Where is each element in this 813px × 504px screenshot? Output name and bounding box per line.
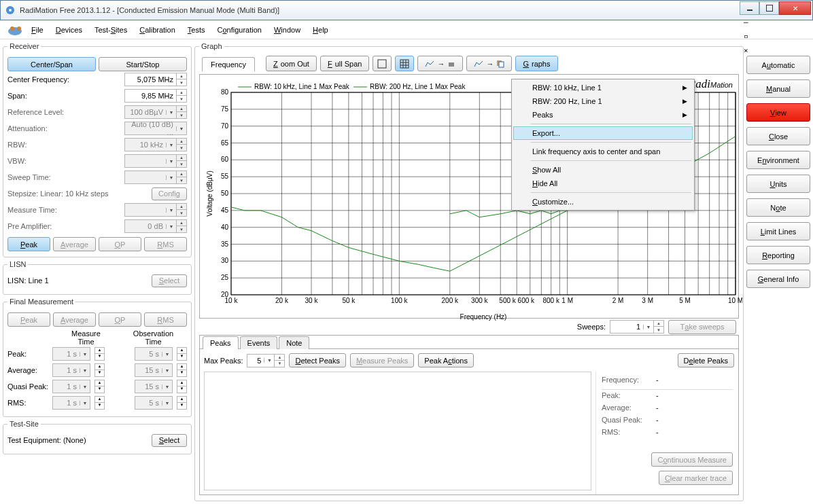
environment-button[interactable]: Environment	[746, 151, 810, 169]
tab-events[interactable]: Events	[240, 336, 278, 349]
fm-avg-obs[interactable]: 15 s▼	[135, 363, 173, 377]
fm-rms-obs[interactable]: 5 s▼	[135, 396, 173, 410]
menu-devices[interactable]: Devices	[56, 26, 82, 34]
final-legend: Final Measurement	[7, 298, 75, 306]
ctx-export[interactable]: Export...	[513, 126, 693, 140]
ctx-peaks[interactable]: Peaks▶	[513, 108, 693, 122]
menu-test-sites[interactable]: Test-Sites	[94, 26, 127, 34]
receiver-peak-button[interactable]: Peak	[7, 237, 50, 251]
svg-text:1 M: 1 M	[561, 297, 573, 304]
tab-peaks[interactable]: Peaks	[203, 336, 239, 349]
sweeps-input[interactable]: 1▼▲▼	[610, 320, 664, 334]
center-frequency-input[interactable]: 5,075 MHz▲▼	[124, 73, 187, 86]
close-button[interactable]: Close	[746, 127, 810, 145]
test-site-group: Test-Site Test Equipment: (None) Select	[3, 420, 192, 454]
automatic-button[interactable]: Automatic	[746, 56, 810, 74]
vbw-label: VBW:	[7, 157, 124, 165]
menu-tests[interactable]: Tests	[188, 26, 205, 34]
final-rms-button[interactable]: RMS	[144, 312, 187, 327]
svg-text:5 M: 5 M	[679, 297, 691, 304]
copy-chart-button[interactable]: →	[466, 56, 512, 71]
delete-peaks-button[interactable]: Delete Peaks	[678, 353, 734, 367]
fm-rms-measure[interactable]: 1 s▼	[52, 396, 90, 410]
graphs-button[interactable]: Graphs	[515, 56, 557, 71]
menu-help[interactable]: Help	[313, 26, 328, 34]
final-peak-button[interactable]: Peak	[7, 312, 50, 327]
receiver-average-button[interactable]: Average	[53, 237, 96, 251]
tab-frequency[interactable]: Frequency	[202, 57, 255, 71]
fm-qp-obs[interactable]: 15 s▼	[135, 380, 173, 393]
receiver-rms-button[interactable]: RMS	[144, 237, 187, 251]
units-button[interactable]: Units	[746, 175, 810, 193]
grid-off-icon[interactable]	[373, 56, 392, 71]
grid-on-icon[interactable]	[395, 56, 414, 71]
limit-lines-button[interactable]: Limit Lines	[746, 222, 810, 240]
fm-avg-measure[interactable]: 1 s▼	[52, 363, 90, 377]
note-button[interactable]: Note	[746, 198, 810, 217]
svg-text:75: 75	[221, 105, 229, 113]
ctx-hide-all[interactable]: Hide All	[513, 177, 693, 190]
detect-peaks-button[interactable]: Detect Peaks	[289, 353, 345, 367]
pre-amplifier-input[interactable]: 0 dB▼▲▼	[124, 219, 187, 233]
span-input[interactable]: 9,85 MHz▲▼	[124, 89, 187, 103]
sweep-time-input[interactable]: ▼▲▼	[124, 170, 187, 184]
final-average-button[interactable]: Average	[53, 312, 96, 327]
stepsize-config-button[interactable]: Config	[152, 187, 187, 200]
pre-amplifier-label: Pre Amplifier:	[7, 222, 124, 230]
svg-text:60: 60	[221, 156, 229, 163]
reference-level-input[interactable]: 100 dBµV▼▲▼	[124, 105, 187, 119]
continuous-measure-button[interactable]: Continuous Measure	[651, 452, 733, 467]
menu-file[interactable]: File	[31, 26, 44, 34]
measure-time-label: Measure Time:	[7, 206, 124, 214]
general-info-button[interactable]: General Info	[746, 270, 810, 288]
peak-actions-button[interactable]: Peak Actions	[418, 353, 474, 367]
fm-peak-obs[interactable]: 5 s▼	[135, 347, 173, 361]
final-qp-button[interactable]: QP	[99, 312, 141, 327]
info-frequency-label: Frequency:	[602, 376, 656, 388]
peaks-list[interactable]	[204, 372, 591, 490]
svg-text:10 M: 10 M	[728, 297, 742, 304]
reporting-button[interactable]: Reporting	[746, 246, 810, 264]
fm-qp-measure[interactable]: 1 s▼	[52, 380, 90, 393]
measure-time-input[interactable]: ▼▲▼	[124, 203, 187, 217]
rbw-input[interactable]: 10 kHz▼▲▼	[124, 138, 187, 151]
ctx-rbw-10khz[interactable]: RBW: 10 kHz, Line 1▶	[513, 81, 693, 94]
start-stop-button[interactable]: Start/Stop	[99, 57, 187, 71]
svg-rect-11	[449, 62, 454, 67]
svg-rect-6	[400, 60, 409, 68]
menu-calibration[interactable]: Calibration	[139, 26, 175, 34]
menu-window[interactable]: Window	[274, 26, 300, 34]
attenuation-label: Attenuation:	[7, 124, 124, 132]
center-span-button[interactable]: Center/Span	[7, 57, 96, 71]
svg-text:Frequency (Hz): Frequency (Hz)	[460, 313, 507, 321]
fm-peak-measure[interactable]: 1 s▼	[52, 347, 90, 361]
menu-bar: File Devices Test-Sites Calibration Test…	[0, 20, 813, 39]
lisn-group: LISN LISN: Line 1 Select	[3, 260, 192, 295]
mdi-minimize-icon[interactable]: –	[744, 18, 808, 26]
tab-note[interactable]: Note	[279, 336, 309, 349]
svg-text:20 k: 20 k	[275, 297, 289, 304]
ctx-link-axis[interactable]: Link frequency axis to center and span	[513, 145, 693, 158]
mdi-restore-icon[interactable]: ▫	[744, 32, 808, 41]
zoom-out-button[interactable]: Zoom Out	[266, 56, 317, 71]
lisn-legend: LISN	[7, 260, 28, 268]
info-avg-label: Average:	[602, 403, 656, 416]
view-button[interactable]: View	[746, 103, 810, 122]
attenuation-input[interactable]: Auto (10 dB) ...▼	[124, 122, 187, 135]
max-peaks-input[interactable]: 5▼▲▼	[247, 354, 285, 367]
ctx-show-all[interactable]: Show All	[513, 163, 693, 177]
receiver-qp-button[interactable]: QP	[99, 237, 141, 251]
fm-rms-label: RMS:	[7, 399, 48, 407]
test-site-select-button[interactable]: Select	[152, 434, 187, 447]
menu-configuration[interactable]: Configuration	[217, 26, 261, 34]
lisn-select-button[interactable]: Select	[152, 274, 187, 287]
measure-peaks-button[interactable]: Measure Peaks	[350, 353, 414, 367]
fm-avg-label: Average:	[7, 366, 48, 374]
full-span-button[interactable]: Full Span	[320, 56, 370, 71]
ctx-customize[interactable]: Customize...	[513, 195, 693, 209]
vbw-input[interactable]: ▼▲▼	[124, 154, 187, 168]
clear-marker-trace-button[interactable]: Clear marker trace	[659, 471, 733, 485]
print-chart-button[interactable]: →	[417, 56, 463, 71]
manual-button[interactable]: Manual	[746, 79, 810, 98]
ctx-rbw-200hz[interactable]: RBW: 200 Hz, Line 1▶	[513, 94, 693, 108]
